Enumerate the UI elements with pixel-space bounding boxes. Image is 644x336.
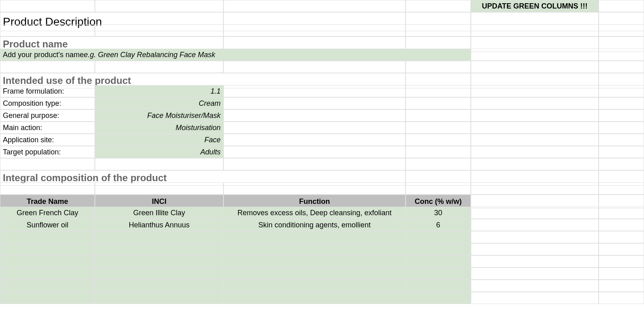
table-header-trade-name[interactable]: Trade Name: [0, 195, 95, 208]
cell-empty[interactable]: [599, 134, 644, 146]
table-row-empty[interactable]: [95, 268, 223, 280]
cell-empty[interactable]: [599, 268, 644, 280]
cell-empty[interactable]: [471, 219, 599, 231]
cell-empty[interactable]: [471, 280, 599, 292]
cell-empty[interactable]: [406, 61, 471, 73]
cell-empty[interactable]: [0, 24, 95, 36]
cell-empty[interactable]: [406, 24, 471, 36]
table-row-empty[interactable]: [0, 243, 95, 255]
cell-empty[interactable]: [599, 243, 644, 255]
cell-empty[interactable]: [599, 207, 644, 219]
cell-empty[interactable]: [471, 207, 599, 219]
cell-empty[interactable]: [0, 61, 95, 73]
cell-empty[interactable]: [471, 243, 599, 255]
cell-empty[interactable]: [599, 292, 644, 304]
table-row-empty[interactable]: [0, 231, 95, 243]
table-row-empty[interactable]: [95, 280, 223, 292]
table-row-empty[interactable]: [223, 268, 406, 280]
table-row-empty[interactable]: [406, 280, 471, 292]
cell-empty[interactable]: [471, 134, 599, 146]
cell-empty[interactable]: [471, 231, 599, 243]
cell-empty[interactable]: [599, 255, 644, 268]
table-row-empty[interactable]: [223, 255, 406, 268]
cell-empty[interactable]: [406, 97, 471, 109]
table-row-empty[interactable]: [95, 231, 223, 243]
cell-empty[interactable]: [223, 24, 406, 36]
cell-empty[interactable]: [599, 122, 644, 134]
table-row-empty[interactable]: [0, 280, 95, 292]
cell-empty[interactable]: [471, 182, 599, 195]
table-row-empty[interactable]: [223, 280, 406, 292]
cell-empty[interactable]: [471, 292, 599, 304]
cell-empty[interactable]: [599, 219, 644, 231]
table-row-conc[interactable]: 6: [406, 219, 471, 231]
cell-empty[interactable]: [471, 85, 599, 97]
cell-empty[interactable]: [471, 146, 599, 158]
cell-empty[interactable]: [223, 0, 406, 12]
table-header-inci[interactable]: INCI: [95, 195, 223, 208]
table-row-empty[interactable]: [223, 243, 406, 255]
cell-empty[interactable]: [471, 24, 599, 36]
label-main-action[interactable]: Main action:: [0, 122, 95, 134]
label-composition-type[interactable]: Composition type:: [0, 97, 95, 109]
cell-empty[interactable]: [599, 280, 644, 292]
table-row-empty[interactable]: [0, 292, 95, 304]
cell-empty[interactable]: [223, 134, 406, 146]
cell-empty[interactable]: [599, 24, 644, 36]
cell-empty[interactable]: [471, 49, 599, 61]
table-row-function[interactable]: Skin conditioning agents, emollient: [223, 219, 406, 231]
table-row-empty[interactable]: [406, 268, 471, 280]
table-row-empty[interactable]: [406, 255, 471, 268]
cell-empty[interactable]: [599, 85, 644, 97]
table-row-empty[interactable]: [95, 255, 223, 268]
cell-empty[interactable]: [223, 85, 406, 97]
table-row-trade-name[interactable]: Green French Clay: [0, 207, 95, 219]
cell-empty[interactable]: [0, 182, 95, 195]
table-row-empty[interactable]: [95, 243, 223, 255]
cell-empty[interactable]: [471, 268, 599, 280]
table-row-empty[interactable]: [0, 268, 95, 280]
notice-banner[interactable]: UPDATE GREEN COLUMNS !!!: [471, 0, 599, 12]
cell-empty[interactable]: [471, 195, 599, 208]
cell-empty[interactable]: [223, 97, 406, 109]
cell-empty[interactable]: [406, 134, 471, 146]
table-row-empty[interactable]: [0, 255, 95, 268]
cell-empty[interactable]: [471, 122, 599, 134]
cell-empty[interactable]: [599, 49, 644, 61]
cell-empty[interactable]: [599, 0, 644, 12]
table-row-inci[interactable]: Green Illite Clay: [95, 207, 223, 219]
cell-empty[interactable]: [406, 146, 471, 158]
value-frame-formulation[interactable]: 1.1: [95, 85, 223, 97]
value-general-purpose[interactable]: Face Moisturiser/Mask: [95, 109, 223, 122]
table-row-conc[interactable]: 30: [406, 207, 471, 219]
cell-empty[interactable]: [223, 122, 406, 134]
table-header-conc[interactable]: Conc (% w/w): [406, 195, 471, 208]
cell-empty[interactable]: [471, 61, 599, 73]
cell-empty[interactable]: [471, 109, 599, 122]
cell-empty[interactable]: [599, 146, 644, 158]
cell-empty[interactable]: [95, 24, 223, 36]
cell-empty[interactable]: [406, 122, 471, 134]
cell-empty[interactable]: [95, 61, 223, 73]
table-row-empty[interactable]: [223, 231, 406, 243]
cell-empty[interactable]: [223, 158, 406, 170]
value-application-site[interactable]: Face: [95, 134, 223, 146]
cell-empty[interactable]: [95, 0, 223, 12]
label-target-population[interactable]: Target population:: [0, 146, 95, 158]
table-row-inci[interactable]: Helianthus Annuus: [95, 219, 223, 231]
cell-empty[interactable]: [223, 182, 406, 195]
cell-empty[interactable]: [406, 109, 471, 122]
cell-empty[interactable]: [471, 97, 599, 109]
cell-empty[interactable]: [0, 0, 95, 12]
cell-empty[interactable]: [0, 158, 95, 170]
cell-empty[interactable]: [223, 61, 406, 73]
value-composition-type[interactable]: Cream: [95, 97, 223, 109]
cell-empty[interactable]: [471, 158, 599, 170]
cell-empty[interactable]: [599, 97, 644, 109]
value-target-population[interactable]: Adults: [95, 146, 223, 158]
product-name-input[interactable]: Add your product's name e.g. Green Clay …: [0, 49, 471, 61]
cell-empty[interactable]: [95, 158, 223, 170]
table-row-empty[interactable]: [95, 292, 223, 304]
label-application-site[interactable]: Application site:: [0, 134, 95, 146]
cell-empty[interactable]: [223, 109, 406, 122]
